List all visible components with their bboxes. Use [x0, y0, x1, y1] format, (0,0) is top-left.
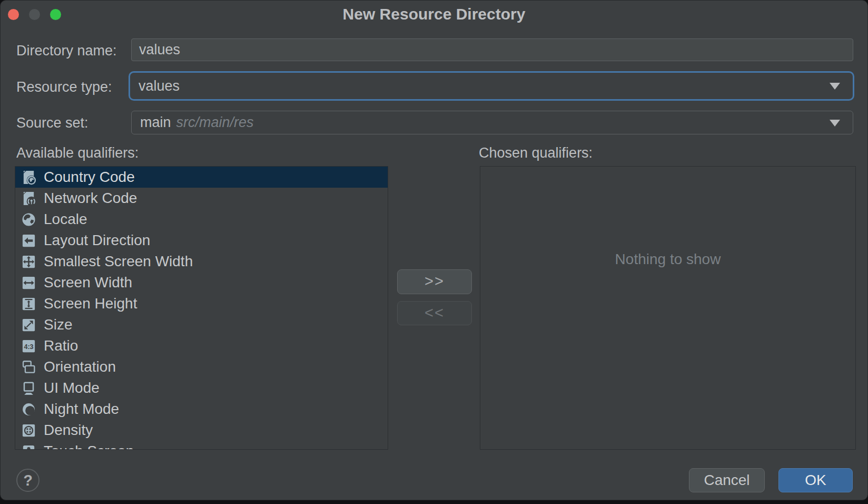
qualifier-item[interactable]: UI Mode: [15, 377, 388, 399]
source-set-label: Source set:: [16, 115, 88, 131]
available-qualifiers-label: Available qualifiers:: [16, 145, 139, 161]
qualifier-item-label: Screen Height: [44, 295, 137, 312]
qualifier-item-label: Orientation: [44, 358, 116, 375]
ui-mode-icon: [21, 380, 37, 396]
transfer-add-button[interactable]: >>: [397, 269, 472, 294]
chosen-qualifiers-panel[interactable]: Nothing to show: [480, 166, 856, 450]
qualifier-item[interactable]: Locale: [15, 209, 388, 230]
qualifier-item[interactable]: Density: [15, 420, 388, 441]
qualifier-item[interactable]: Network Code: [15, 188, 388, 209]
directory-name-label: Directory name:: [16, 43, 117, 59]
source-set-value: main: [140, 114, 171, 131]
country-code-icon: [21, 169, 37, 186]
help-button[interactable]: ?: [16, 469, 40, 492]
smallest-screen-width-icon: [21, 254, 37, 270]
window-titlebar: New Resource Directory: [1, 1, 867, 28]
layout-direction-icon: [21, 232, 37, 249]
qualifier-item[interactable]: 4:3Ratio: [15, 335, 388, 356]
qualifier-item-label: Layout Direction: [44, 232, 150, 249]
qualifier-item[interactable]: Country Code: [15, 167, 388, 188]
transfer-remove-button: <<: [397, 301, 472, 325]
resource-type-value: values: [139, 78, 180, 94]
qualifier-item[interactable]: Screen Width: [15, 272, 388, 293]
new-resource-directory-dialog: New Resource Directory Directory name: R…: [0, 0, 868, 500]
ok-button[interactable]: OK: [778, 468, 853, 492]
night-mode-icon: [21, 401, 37, 418]
qualifier-item-label: UI Mode: [44, 380, 100, 396]
qualifier-item[interactable]: Layout Direction: [15, 230, 388, 251]
density-icon: [21, 422, 37, 439]
qualifier-item[interactable]: Night Mode: [15, 399, 388, 420]
qualifier-item-label: Smallest Screen Width: [44, 253, 193, 270]
qualifier-item-label: Size: [44, 316, 72, 333]
svg-text:4:3: 4:3: [24, 343, 33, 350]
resource-type-combobox[interactable]: values: [129, 71, 854, 101]
chevron-down-icon: [830, 120, 840, 127]
available-qualifiers-list[interactable]: Country CodeNetwork CodeLocaleLayout Dir…: [15, 166, 388, 450]
chevron-down-icon: [830, 83, 840, 90]
qualifier-item-label: Country Code: [44, 169, 135, 186]
qualifier-item[interactable]: Orientation: [15, 356, 388, 377]
cancel-button[interactable]: Cancel: [689, 468, 765, 492]
source-set-path-hint: src/main/res: [176, 114, 254, 131]
size-icon: [21, 317, 37, 333]
window-title: New Resource Directory: [1, 1, 867, 28]
qualifier-item-label: Screen Width: [44, 274, 132, 291]
qualifier-item[interactable]: Smallest Screen Width: [15, 251, 388, 272]
screen-height-icon: [21, 296, 37, 312]
qualifier-item[interactable]: Size: [15, 314, 388, 335]
touch-screen-icon: [21, 443, 37, 450]
qualifier-item-label: Density: [44, 422, 93, 439]
qualifier-item-label: Night Mode: [44, 401, 119, 418]
screen-width-icon: [21, 275, 37, 291]
qualifier-item-label: Network Code: [44, 190, 137, 207]
resource-type-label: Resource type:: [16, 79, 112, 95]
orientation-icon: [21, 359, 37, 375]
qualifier-item[interactable]: Touch Screen: [15, 441, 388, 450]
empty-state-text: Nothing to show: [480, 251, 855, 268]
chosen-qualifiers-label: Chosen qualifiers:: [479, 145, 593, 161]
locale-icon: [21, 211, 37, 228]
qualifier-item-label: Ratio: [44, 337, 78, 354]
qualifier-item-label: Locale: [44, 211, 87, 228]
directory-name-input[interactable]: [131, 38, 853, 61]
ratio-icon: 4:3: [21, 338, 37, 354]
qualifier-item[interactable]: Screen Height: [15, 293, 388, 314]
qualifier-item-label: Touch Screen: [44, 443, 134, 450]
network-code-icon: [21, 190, 37, 207]
source-set-combobox[interactable]: main src/main/res: [131, 111, 853, 134]
